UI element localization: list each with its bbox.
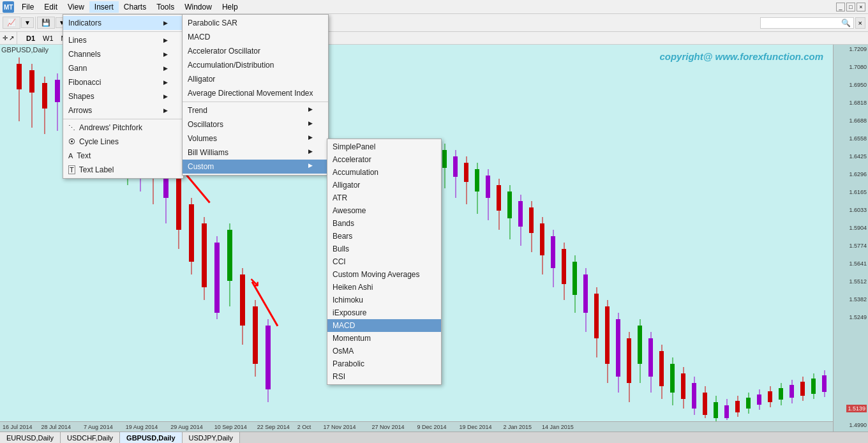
date-13: 2 Jan 2015	[498, 424, 537, 430]
menu-sep-2	[63, 119, 183, 119]
svg-rect-47	[464, 163, 468, 182]
ind-accelerator[interactable]: Accelerator Oscillator	[183, 44, 328, 58]
svg-rect-99	[746, 398, 751, 409]
svg-rect-89	[692, 383, 696, 409]
gann-label: Gann	[68, 64, 87, 73]
menu-file[interactable]: File	[17, 1, 39, 13]
menu-item-text[interactable]: A Text	[63, 149, 183, 163]
ind-volumes[interactable]: Volumes ▶	[183, 131, 328, 146]
volumes-arrow-icon: ▶	[308, 134, 313, 143]
menu-item-gann[interactable]: Gann ▶	[63, 61, 183, 75]
ind-macd[interactable]: MACD	[183, 30, 328, 44]
symbol-label: GBPUSD,Daily	[1, 46, 49, 54]
period-d1[interactable]: D1	[22, 34, 39, 43]
date-11: 9 Dec 2014	[410, 424, 453, 430]
menu-edit[interactable]: Edit	[39, 1, 63, 13]
svg-rect-7	[42, 83, 47, 109]
svg-rect-59	[529, 207, 534, 233]
minimize-btn[interactable]: _	[836, 3, 845, 11]
price-6: 1.6558	[849, 135, 867, 142]
ind-trend[interactable]: Trend ▶	[183, 103, 328, 117]
menu-help[interactable]: Help	[217, 1, 243, 13]
svg-rect-63	[551, 236, 555, 268]
menu-item-shapes[interactable]: Shapes ▶	[63, 89, 183, 103]
close-btn[interactable]: ×	[857, 3, 865, 11]
menu-tools[interactable]: Tools	[151, 1, 179, 13]
svg-text:MT: MT	[4, 4, 13, 11]
dropdown-arrow[interactable]: ▼	[21, 17, 34, 28]
custom-parabolic[interactable]: Parabolic	[327, 357, 441, 370]
new-chart-btn[interactable]: 📈	[3, 17, 20, 29]
custom-awesome[interactable]: Awesome	[327, 204, 441, 217]
close-search-btn[interactable]: ×	[855, 17, 865, 29]
menubar: MT File Edit View Insert Charts Tools Wi…	[0, 0, 868, 14]
date-9: 17 Nov 2014	[313, 424, 365, 430]
arrow-tool[interactable]: ↗	[9, 34, 14, 41]
custom-bears[interactable]: Bears	[327, 230, 441, 243]
search-input[interactable]	[763, 19, 840, 27]
custom-atr[interactable]: ATR	[327, 191, 441, 204]
menu-charts[interactable]: Charts	[119, 1, 151, 13]
custom-cci[interactable]: CCI	[327, 255, 441, 268]
date-4: 19 Aug 2014	[119, 424, 165, 430]
tab-gbpusd[interactable]: GBPUSD,Daily	[120, 432, 182, 443]
custom-heiken-ashi[interactable]: Heiken Ashi	[327, 281, 441, 294]
menu-item-cyclelines[interactable]: ⦿ Cycle Lines	[63, 135, 183, 149]
price-9: 1.6165	[849, 189, 867, 195]
period-w1[interactable]: W1	[39, 34, 57, 43]
ind-sep1	[183, 101, 328, 102]
ind-adx[interactable]: Average Directional Movement Index	[183, 86, 328, 100]
custom-ichimoku[interactable]: Ichimoku	[327, 294, 441, 306]
menu-item-pitchfork[interactable]: ⋱ Andrews' Pitchfork	[63, 121, 183, 135]
custom-macd[interactable]: MACD	[327, 319, 441, 332]
custom-momentum[interactable]: Momentum	[327, 332, 441, 345]
menu-view[interactable]: View	[63, 1, 89, 13]
save-btn[interactable]: 💾	[37, 17, 55, 29]
ind-oscillators[interactable]: Oscillators ▶	[183, 117, 328, 131]
ind-billwilliams[interactable]: Bill Williams ▶	[183, 146, 328, 160]
custom-moving-averages[interactable]: Custom Moving Averages	[327, 268, 441, 281]
ind-custom[interactable]: Custom ▶	[183, 160, 328, 174]
tab-eurusd[interactable]: EURUSD,Daily	[0, 432, 61, 443]
svg-rect-71	[594, 294, 599, 338]
menu-item-arrows[interactable]: Arrows ▶	[63, 103, 183, 117]
svg-rect-105	[779, 388, 783, 400]
custom-alligator[interactable]: Alligator	[327, 179, 441, 191]
ind-parabolicsar[interactable]: Parabolic SAR	[183, 16, 328, 30]
date-1: 16 Jul 2014	[0, 424, 35, 430]
custom-bulls[interactable]: Bulls	[327, 243, 441, 255]
app-icon: MT	[3, 1, 14, 13]
menu-item-channels[interactable]: Channels ▶	[63, 47, 183, 61]
tab-usdchf[interactable]: USDCHF,Daily	[61, 432, 120, 443]
pitchfork-label: Andrews' Pitchfork	[79, 123, 142, 132]
menu-item-textlabel[interactable]: T Text Label	[63, 163, 183, 177]
menu-item-lines[interactable]: Lines ▶	[63, 33, 183, 47]
tab-usdjpy[interactable]: USDJPY,Daily	[183, 432, 241, 443]
svg-rect-5	[29, 70, 34, 93]
svg-rect-77	[627, 338, 631, 383]
menu-item-fibonacci[interactable]: Fibonacci ▶	[63, 75, 183, 89]
custom-bands[interactable]: Bands	[327, 217, 441, 230]
menu-window[interactable]: Window	[179, 1, 217, 13]
menu-item-indicators[interactable]: Indicators ▶	[63, 16, 183, 30]
crosshair-tool[interactable]: ✛	[3, 34, 8, 41]
search-box[interactable]: 🔍	[760, 17, 854, 29]
svg-rect-61	[540, 223, 544, 255]
menu-insert[interactable]: Insert	[89, 1, 119, 13]
custom-accelerator[interactable]: Accelerator	[327, 153, 441, 166]
date-14: 14 Jan 2015	[537, 424, 579, 430]
custom-simplepanel[interactable]: SimplePanel	[327, 140, 441, 153]
custom-rsi[interactable]: RSI	[327, 370, 441, 383]
custom-accumulation[interactable]: Accumulation	[327, 166, 441, 179]
search-icon: 🔍	[841, 19, 851, 27]
maximize-btn[interactable]: □	[846, 3, 855, 11]
custom-osma[interactable]: OsMA	[327, 345, 441, 357]
ind-accumulation[interactable]: Accumulation/Distribution	[183, 58, 328, 72]
price-1: 1.7209	[849, 46, 867, 52]
sep1	[35, 17, 36, 29]
ind-alligator[interactable]: Alligator	[183, 72, 328, 86]
custom-iexposure[interactable]: iExposure	[327, 306, 441, 319]
svg-rect-81	[648, 338, 653, 377]
price-10: 1.6033	[849, 207, 867, 213]
price-8: 1.6296	[849, 171, 867, 177]
